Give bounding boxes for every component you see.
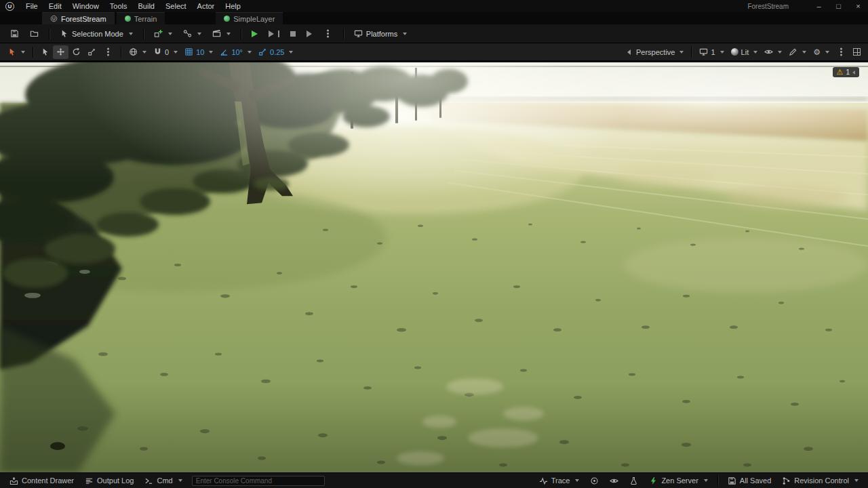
chevron-down-icon [753, 51, 757, 54]
platforms-label: Platforms [366, 30, 397, 38]
warning-icon: ⚠ [837, 68, 844, 76]
save-status-button[interactable]: All Saved [722, 474, 776, 487]
zen-server-dropdown[interactable]: Zen Server [644, 474, 713, 487]
chevron-down-icon [403, 33, 407, 35]
menu-help[interactable]: Help [220, 0, 246, 12]
output-log-button[interactable]: Output Log [79, 474, 139, 487]
viewport-paint-dropdown[interactable] [785, 45, 810, 59]
restore-button[interactable]: □ [829, 0, 848, 12]
tab-simplelayer[interactable]: SimpleLayer [216, 12, 283, 24]
select-arrow-icon [41, 47, 50, 56]
world-local-toggle[interactable] [125, 45, 150, 59]
add-actor-button[interactable] [149, 26, 177, 41]
rotation-snap-button[interactable]: 10° [216, 45, 255, 59]
content-drawer-button[interactable]: Content Drawer [4, 474, 79, 487]
unreal-logo-icon[interactable]: U [5, 2, 14, 11]
chevron-down-icon [289, 51, 293, 54]
menu-actor[interactable]: Actor [192, 0, 220, 12]
menu-select[interactable]: Select [160, 0, 192, 12]
output-log-label: Output Log [97, 476, 134, 485]
tab-foreststream[interactable]: ForestStream [42, 12, 115, 24]
chevron-down-icon [178, 479, 182, 482]
chevron-down-icon [142, 51, 146, 54]
chevron-left-icon [627, 49, 631, 55]
rotate-tool-button[interactable] [68, 45, 84, 59]
skip-button[interactable] [264, 26, 284, 41]
chevron-down-icon [679, 51, 684, 54]
kebab-icon [840, 51, 842, 53]
menu-tools[interactable]: Tools [104, 0, 133, 12]
content-browser-button[interactable] [25, 26, 43, 41]
viewport-options-button[interactable] [833, 45, 850, 59]
menu-build[interactable]: Build [133, 0, 160, 12]
scale-tool-button[interactable] [84, 45, 100, 59]
cursor-icon [60, 29, 68, 38]
surface-snap-value: 0 [165, 48, 169, 56]
magnet-icon [153, 47, 162, 56]
close-button[interactable]: × [848, 0, 868, 12]
cursor-icon [7, 47, 16, 56]
divider [49, 28, 50, 39]
eye-icon [764, 47, 773, 56]
play-options-button[interactable] [318, 26, 338, 41]
clapperboard-icon [212, 29, 221, 38]
show-flags-dropdown[interactable] [761, 45, 785, 59]
stop-button[interactable] [285, 26, 300, 41]
tab-label: SimpleLayer [233, 15, 275, 23]
tab-bar: ForestStream Terrain SimpleLayer [0, 12, 868, 24]
move-icon [56, 47, 65, 56]
maximize-viewport-button[interactable] [850, 45, 864, 59]
chevron-down-icon [248, 51, 252, 54]
divider [241, 28, 241, 39]
record-status-button[interactable] [604, 474, 624, 487]
selection-mode-dropdown[interactable]: Selection Mode [55, 26, 138, 41]
tab-terrain[interactable]: Terrain [117, 12, 165, 24]
platforms-dropdown[interactable]: Platforms [349, 26, 412, 41]
level-icon [125, 16, 131, 22]
rotation-snap-value: 10° [231, 48, 243, 56]
pencil-icon [789, 47, 797, 56]
launch-button[interactable] [302, 26, 317, 41]
console-command-input[interactable] [192, 476, 325, 486]
viewport-layout-dropdown[interactable]: 1 [696, 45, 727, 59]
transform-gizmo-dropdown[interactable] [4, 45, 28, 59]
chevron-down-icon [174, 51, 178, 54]
scale-snap-button[interactable]: 0.25 [255, 45, 296, 59]
move-tool-button[interactable] [53, 45, 68, 59]
rotate-icon [72, 47, 81, 56]
viewport-3d[interactable]: ⚠ 1 [0, 61, 868, 472]
menu-window[interactable]: Window [67, 0, 104, 12]
select-tool-button[interactable] [37, 45, 53, 59]
cube-plus-icon [154, 29, 163, 38]
chevron-down-icon [226, 33, 231, 35]
target-status-button[interactable] [585, 474, 604, 487]
level-icon [224, 16, 230, 22]
play-button[interactable] [247, 26, 262, 41]
record-icon [610, 476, 618, 485]
lit-mode-dropdown[interactable]: Lit [728, 45, 762, 59]
layout-count: 1 [711, 48, 715, 56]
chevron-down-icon [209, 51, 213, 54]
trace-dropdown[interactable]: Trace [534, 474, 585, 487]
surface-snap-button[interactable]: 0 [150, 45, 181, 59]
grid-snap-button[interactable]: 10 [181, 45, 216, 59]
menu-edit[interactable]: Edit [43, 0, 67, 12]
cmd-dropdown[interactable]: Cmd [139, 474, 187, 487]
cinematics-button[interactable] [208, 26, 235, 41]
zen-server-icon [649, 476, 658, 485]
chevron-down-icon [720, 51, 724, 54]
cmd-label: Cmd [157, 476, 172, 485]
selection-mode-label: Selection Mode [72, 30, 123, 38]
blueprints-button[interactable] [178, 26, 206, 41]
chevron-down-icon [854, 479, 859, 482]
revision-control-dropdown[interactable]: Revision Control [776, 474, 864, 487]
menu-file[interactable]: File [20, 0, 43, 12]
minimize-button[interactable]: – [809, 0, 829, 12]
perspective-dropdown[interactable]: Perspective [624, 45, 687, 59]
insights-button[interactable] [624, 474, 644, 487]
save-button[interactable] [5, 26, 24, 41]
log-lines-icon [85, 476, 94, 485]
warning-badge[interactable]: ⚠ 1 [833, 67, 859, 77]
viewport-settings-dropdown[interactable]: ⚙ [810, 45, 833, 59]
tool-options-button[interactable] [100, 45, 117, 59]
